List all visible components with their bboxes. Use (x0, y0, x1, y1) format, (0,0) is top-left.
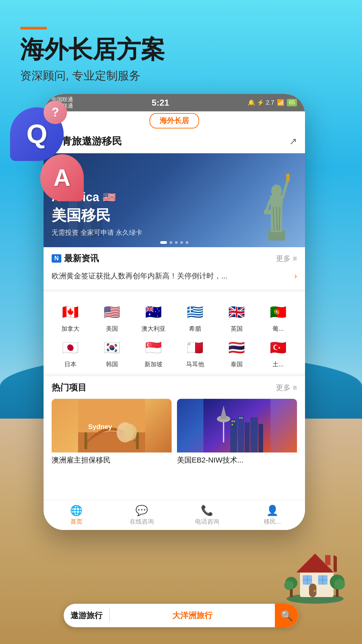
status-time: 5:21 (152, 98, 169, 108)
svg-rect-11 (286, 173, 290, 182)
a-bubble: A (40, 154, 84, 201)
project-img-seattle (177, 399, 297, 452)
country-item-10[interactable]: 🇹🇭 泰国 (218, 337, 255, 368)
sub-headline: 资深顾问, 专业定制服务 (20, 68, 165, 84)
projects-more-link[interactable]: 更多 ≡ (276, 383, 297, 393)
country-name-6: 日本 (64, 360, 76, 368)
countries-grid: 🇨🇦 加拿大 🇺🇸 美国 🇦🇺 澳大利亚 🇬🇷 希腊 🇬🇧 英国 🇵🇹 葡...… (52, 301, 297, 368)
search-brand-text: 遨游旅行 (64, 610, 109, 621)
nav-label-2: 电话咨询 (195, 518, 219, 526)
q-letter: Q (26, 119, 47, 150)
country-flag-10: 🇹🇭 (226, 337, 247, 358)
flag-emoji: 🇺🇸 (103, 191, 116, 204)
country-name-10: 泰国 (231, 360, 243, 368)
news-header: N 最新资讯 更多 ≡ (52, 253, 297, 264)
svg-rect-28 (245, 422, 250, 452)
banner-dot-4[interactable] (180, 241, 183, 244)
country-flag-3: 🇬🇷 (184, 301, 206, 323)
country-name-5: 葡... (273, 325, 284, 333)
nav-icon-2: 📞 (201, 504, 213, 516)
top-section: 海外长居方案 资深顾问, 专业定制服务 (20, 27, 165, 84)
country-item-9[interactable]: 🇲🇹 马耳他 (176, 337, 214, 368)
country-name-1: 美国 (106, 325, 118, 333)
country-item-4[interactable]: 🇬🇧 英国 (218, 301, 255, 333)
svg-rect-34 (239, 417, 241, 419)
qa-decoration: Q ? A (10, 107, 84, 201)
country-flag-8: 🇸🇬 (143, 337, 164, 358)
banner-dot-5[interactable] (186, 241, 188, 244)
country-item-1[interactable]: 🇺🇸 美国 (93, 301, 131, 333)
svg-rect-33 (232, 424, 233, 425)
news-badge: N (52, 254, 61, 263)
news-title: N 最新资讯 (52, 253, 99, 264)
svg-point-20 (123, 424, 137, 441)
nav-label-1: 在线咨询 (130, 518, 154, 526)
nav-icon-3: 👤 (266, 504, 279, 516)
banner-subtitle: 无需投资 全家可申请 永久绿卡 (52, 228, 142, 237)
nav-item-3[interactable]: 👤 移民... (240, 502, 305, 528)
svg-text:Sydney: Sydney (88, 423, 112, 430)
svg-rect-53 (325, 555, 330, 565)
signal-bars: 📶 (277, 99, 284, 106)
country-flag-0: 🇨🇦 (60, 301, 81, 323)
country-item-7[interactable]: 🇰🇷 韩国 (93, 337, 131, 368)
country-item-8[interactable]: 🇸🇬 新加坡 (135, 337, 172, 368)
country-item-2[interactable]: 🇦🇺 澳大利亚 (135, 301, 172, 333)
country-item-3[interactable]: 🇬🇷 希腊 (176, 301, 214, 333)
svg-rect-27 (238, 416, 244, 452)
main-headline: 海外长居方案 (20, 36, 165, 63)
svg-rect-17 (84, 432, 87, 449)
projects-title: 热门项目 (52, 382, 86, 393)
country-flag-2: 🇦🇺 (143, 301, 164, 323)
country-flag-1: 🇺🇸 (101, 301, 123, 323)
orange-bar-decoration (20, 27, 47, 30)
countries-section: 🇨🇦 加拿大 🇺🇸 美国 🇦🇺 澳大利亚 🇬🇷 希腊 🇬🇧 英国 🇵🇹 葡...… (44, 292, 305, 376)
news-text: 欧洲黄金签证获批人数再创年内新高！关停倒计时，... (52, 271, 227, 281)
country-item-11[interactable]: 🇹🇷 土... (259, 337, 297, 368)
statue-liberty-icon (258, 163, 295, 240)
nav-label-3: 移民... (264, 518, 281, 526)
news-more-link[interactable]: 更多 ≡ (276, 254, 297, 264)
country-name-2: 澳大利亚 (141, 325, 166, 333)
svg-rect-32 (234, 421, 235, 422)
banner-dot-1[interactable] (160, 241, 167, 244)
bottom-search-bar[interactable]: 遨游旅行 大洋洲旅行 🔍 (64, 604, 298, 627)
country-item-6[interactable]: 🇯🇵 日本 (52, 337, 89, 368)
projects-section: 热门项目 更多 ≡ (44, 376, 305, 471)
share-icon[interactable]: ↗ (289, 136, 297, 147)
nav-label-0: 首页 (70, 518, 82, 526)
country-name-3: 希腊 (189, 325, 201, 333)
nav-item-1[interactable]: 💬 在线咨询 (109, 502, 174, 528)
overseas-tag: 海外长居 (149, 113, 199, 128)
nav-item-0[interactable]: 🌐 首页 (44, 502, 109, 528)
banner-dot-3[interactable] (175, 241, 178, 244)
question-mark-bubble: ? (44, 101, 67, 124)
svg-point-56 (334, 579, 345, 590)
country-item-0[interactable]: 🇨🇦 加拿大 (52, 301, 89, 333)
svg-rect-13 (264, 210, 271, 214)
nav-icon-1: 💬 (135, 504, 148, 516)
nav-item-2[interactable]: 📞 电话咨询 (174, 502, 240, 528)
status-right: 🔔 ⚡ 2.7 📶 65 (248, 99, 297, 106)
question-mark: ? (52, 105, 59, 119)
news-item[interactable]: 欧洲黄金签证获批人数再创年内新高！关停倒计时，... › (52, 268, 297, 284)
project-card-sydney[interactable]: Sydney 澳洲雇主担保移民 (52, 399, 172, 465)
country-flag-4: 🇬🇧 (226, 301, 247, 323)
svg-rect-18 (136, 432, 139, 449)
project-card-seattle[interactable]: 美国EB2-NIW技术... (177, 399, 297, 465)
country-name-4: 英国 (231, 325, 243, 333)
banner-dot-2[interactable] (170, 241, 172, 244)
country-flag-7: 🇰🇷 (101, 337, 123, 358)
q-bubble: Q ? (10, 107, 64, 161)
project-title-seattle: 美国EB2-NIW技术... (177, 452, 297, 465)
country-item-5[interactable]: 🇵🇹 葡... (259, 301, 297, 333)
svg-line-10 (283, 180, 288, 197)
svg-point-39 (284, 581, 294, 590)
projects-grid: Sydney 澳洲雇主担保移民 (52, 399, 297, 465)
search-text[interactable]: 大洋洲旅行 (110, 610, 275, 621)
house-icon (282, 537, 349, 604)
main-content: 海外长居方案 资深顾问, 专业定制服务 Q ? A 中国联通 中国联通 5:21 (0, 0, 362, 644)
battery: 65 (287, 99, 297, 106)
banner-title-cn: 美国移民 (52, 206, 142, 225)
search-button[interactable]: 🔍 (275, 604, 298, 627)
